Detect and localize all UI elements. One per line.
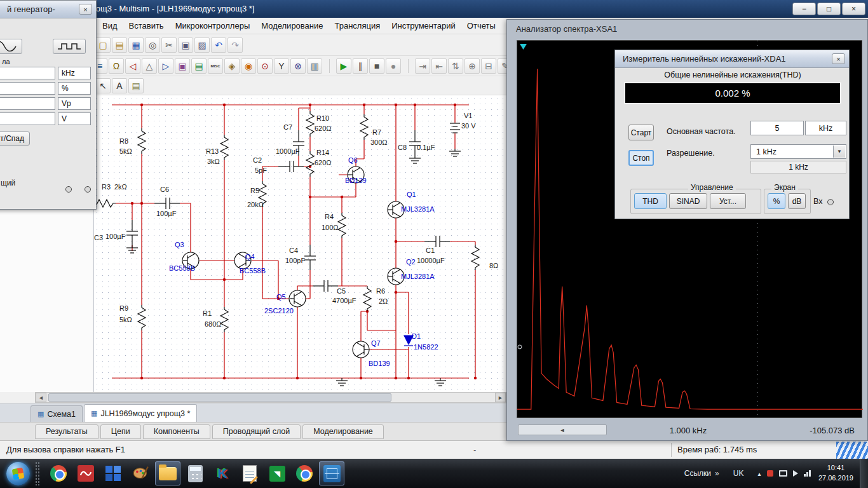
main-titlebar[interactable]: упрощ3 - Multisim - [JLH1969модус упрощ3… [0,0,868,18]
rise-fall-button[interactable]: нт/Спад [0,132,30,146]
thd-mode-button[interactable]: THD [634,193,667,209]
funcgen-field-0[interactable]: 5 [0,67,55,79]
component-ref-R7[interactable]: R7 [372,128,381,136]
text-tool-icon[interactable]: A [112,78,127,93]
funcgen-field-2[interactable] [0,97,55,110]
component-ref-R10[interactable]: R10 [316,114,329,122]
menu-item-1[interactable]: Вставить [123,21,170,30]
component-value-C7[interactable]: 1000µF [276,147,300,155]
component-value-Q5[interactable]: 2SC2120 [264,307,294,315]
place-cmos-icon[interactable]: ▤ [191,58,207,74]
menu-item-4[interactable]: Трансляция [329,21,386,30]
component-ref-Q3[interactable]: Q3 [175,241,184,248]
component-value-V1[interactable]: 30 V [461,122,476,130]
component-ref-C2[interactable]: C2 [253,156,262,164]
component-ref-C4[interactable]: C4 [289,247,298,254]
start-button[interactable] [6,462,30,485]
spreadsheet-tab-2[interactable]: Компоненты [143,424,210,439]
component-value-Q2[interactable]: MJL3281A [401,273,435,280]
component-ref-R13[interactable]: R13 [206,147,219,155]
copy-icon[interactable]: ▣ [178,37,193,53]
show-desktop-button[interactable] [860,459,868,488]
funcgen-field-1[interactable]: 50 [0,82,55,95]
component-ref-R5[interactable]: R5 [250,187,259,194]
component-ref-Q6[interactable]: Q6 [348,156,358,164]
sheet-tab-0[interactable]: ▦Схема1 [31,405,83,422]
component-value-C5[interactable]: 4700µF [332,297,356,304]
tray-network-icon[interactable] [804,470,811,477]
component-ref-R9[interactable]: R9 [119,304,128,312]
percent-display-button[interactable]: % [768,193,785,209]
links-chevron-icon[interactable]: » [715,469,719,478]
funcgen-titlebar[interactable]: й генератор- × [0,1,96,18]
comment-icon[interactable]: ▤ [128,78,144,93]
component-value-Q6[interactable]: BD139 [345,177,367,184]
component-value-8Ω[interactable]: 8Ω [489,262,498,269]
db-display-button[interactable]: dB [788,193,806,209]
menu-item-3[interactable]: Моделирование [255,21,329,30]
component-ref-C5[interactable]: C5 [337,287,346,295]
component-value-R7[interactable]: 300Ω [370,139,388,146]
new-file-icon[interactable]: ▢ [95,37,111,53]
funcgen-field-3[interactable]: 0 [0,112,55,125]
function-generator-window[interactable]: й генератор- × ла 5kHz50%Vp0V нт/Спад щи… [0,0,97,210]
start-button[interactable]: Старт [628,125,654,140]
component-value-R6[interactable]: 2Ω [379,297,388,305]
component-value-R13[interactable]: 3kΩ [207,158,220,165]
component-ref-C8[interactable]: C8 [398,144,407,151]
windows-squares-icon[interactable] [100,461,126,485]
resolution-dropdown[interactable]: 1 kHz ▼ [750,144,846,159]
calculator-icon[interactable] [182,461,208,485]
place-electromech-icon[interactable]: ⊛ [290,58,306,74]
sheet-tab-1[interactable]: ▦JLH1969модус упрощ3 * [84,404,197,422]
maximize-button[interactable]: □ [817,3,841,15]
component-value-R10[interactable]: 620Ω [315,125,332,132]
spectrum-scroll-slider[interactable]: ◄ [518,424,607,435]
stop-button[interactable]: Стоп [628,150,654,166]
component-value-R14[interactable]: 620Ω [315,159,332,166]
component-value-R3[interactable]: 2kΩ [114,183,127,191]
links-toolbar-label[interactable]: Ссылки [684,469,711,478]
pause-simulation-button[interactable]: ∥ [353,58,368,74]
schematic-canvas[interactable]: R85kΩR133kΩC71000µFR10620ΩR7300ΩR14620ΩC… [94,95,506,392]
component-value-C1[interactable]: 10000µF [417,257,445,264]
record-icon[interactable]: ● [386,58,401,74]
component-ref-Q5[interactable]: Q5 [276,293,286,301]
spreadsheet-tab-1[interactable]: Цепи [100,424,141,439]
scrollbar-thumb[interactable] [48,393,391,402]
menu-item-5[interactable]: Инструментарий [386,21,461,30]
component-value-Q3[interactable]: BC558B [169,264,195,272]
save-icon[interactable]: ▦ [128,37,144,53]
step-into-icon[interactable]: ⇥ [415,58,430,74]
undo-icon[interactable]: ↶ [211,37,226,53]
place-diode-icon[interactable]: ◁ [125,58,140,74]
breakpoint-add-icon[interactable]: ⊕ [465,58,480,74]
sine-wave-button[interactable] [0,39,22,54]
menu-item-6[interactable]: Отчеты [461,21,501,30]
run-simulation-button[interactable]: ▶ [336,58,351,74]
component-value-Q7[interactable]: BD139 [369,360,390,367]
component-ref-Q1[interactable]: Q1 [407,191,416,198]
spreadsheet-tab-0[interactable]: Результаты [35,424,98,439]
zoom-icon[interactable]: ◎ [145,37,160,53]
component-value-R4[interactable]: 100Ω [322,224,339,231]
close-button[interactable]: × [842,3,865,15]
component-ref-R14[interactable]: R14 [316,149,329,156]
tray-volume-icon[interactable] [793,470,798,477]
graphics-k-app-icon[interactable]: K [210,461,235,485]
paint-palette-icon[interactable] [128,461,153,485]
component-ref-V1[interactable]: V1 [464,112,472,119]
stop-simulation-button[interactable]: ■ [369,58,384,74]
explorer-folder-icon[interactable] [155,461,180,485]
paste-icon[interactable]: ▨ [194,37,210,53]
component-ref-C6[interactable]: C6 [160,186,169,193]
canvas-horizontal-scrollbar[interactable]: ◄ ► [35,392,506,403]
place-analog-icon[interactable]: ▷ [158,58,173,74]
place-misc-digital-icon[interactable]: MISC [208,58,223,74]
component-value-C6[interactable]: 100µF [156,210,176,217]
component-value-C2[interactable]: 5pF [255,166,267,174]
spreadsheet-tab-3[interactable]: Проводящий слой [212,424,301,439]
scroll-left-icon[interactable]: ◄ [560,427,566,433]
multisim-red-icon[interactable] [73,461,98,485]
distortion-analyzer-window[interactable]: Измеритель нелинейных искажений-XDA1 × О… [614,50,850,219]
